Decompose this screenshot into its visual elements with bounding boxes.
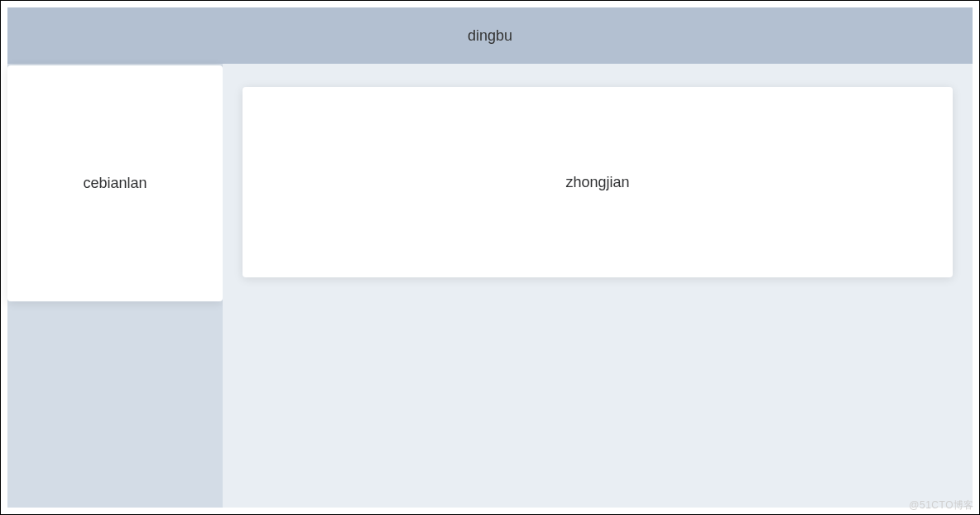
sidebar-label: cebianlan (83, 175, 147, 192)
header-title: dingbu (468, 27, 512, 45)
sidebar-card: cebianlan (7, 65, 223, 301)
layout-container: dingbu cebianlan zhongjian (7, 7, 973, 508)
sidebar: cebianlan (7, 64, 223, 508)
app-frame: dingbu cebianlan zhongjian @51CTO博客 (0, 0, 980, 515)
body-container: cebianlan zhongjian (7, 64, 973, 508)
main-label: zhongjian (565, 174, 629, 191)
main-card: zhongjian (243, 87, 953, 277)
main-area: zhongjian (223, 64, 973, 508)
header: dingbu (7, 7, 973, 64)
